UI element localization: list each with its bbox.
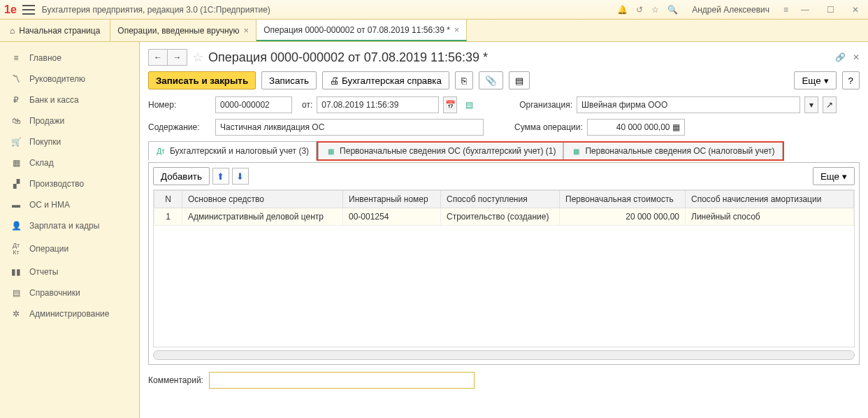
sidebar-item-os-nma[interactable]: ▬ОС и НМА	[0, 194, 139, 215]
horizontal-scrollbar[interactable]	[153, 350, 855, 360]
sum-label: Сумма операции:	[514, 122, 583, 132]
col-inv[interactable]: Инвентарный номер	[343, 191, 441, 208]
search-icon[interactable]: 🔍	[667, 5, 678, 15]
col-method[interactable]: Способ поступления	[441, 191, 560, 208]
number-field[interactable]: 0000-000002	[215, 96, 292, 113]
org-field[interactable]: Швейная фирма ООО	[577, 96, 800, 113]
sidebar-item-operations[interactable]: ДтКтОперации	[0, 236, 139, 261]
minimize-button[interactable]: —	[797, 5, 813, 15]
bell-icon[interactable]: 🔔	[617, 5, 628, 15]
nav-back-button[interactable]: ←	[148, 49, 168, 66]
sidebar-item-purchases[interactable]: 🛒Покупки	[0, 131, 139, 152]
col-asset[interactable]: Основное средство	[182, 191, 343, 208]
close-icon[interactable]: ×	[454, 24, 460, 35]
dtKt-icon: ДтКт	[10, 242, 22, 256]
org-open-button[interactable]: ↗	[823, 96, 837, 113]
maximize-button[interactable]: ☐	[822, 5, 839, 15]
app-title: Бухгалтерия предприятия, редакция 3.0 (1…	[42, 5, 617, 15]
sidebar-item-label: Зарплата и кадры	[29, 221, 99, 231]
table-row[interactable]: 1 Административный деловой центр 00-0012…	[154, 208, 854, 226]
home-tab[interactable]: ⌂ Начальная страница	[0, 20, 110, 41]
col-amort[interactable]: Способ начисления амортизации	[686, 191, 854, 208]
cell-asset: Административный деловой центр	[182, 208, 343, 226]
table-more-button[interactable]: Еще ▾	[813, 167, 855, 185]
tab-label: Операция 0000-000002 от 07.08.2019 11:56…	[263, 25, 450, 35]
hierarchy-button[interactable]: ⎘	[455, 71, 473, 89]
star-icon[interactable]: ☆	[651, 5, 659, 15]
more-button[interactable]: Еще ▾	[794, 71, 836, 89]
user-name[interactable]: Андрей Алексеевич	[692, 5, 769, 15]
sidebar-item-label: Продажи	[29, 116, 64, 126]
col-cost[interactable]: Первоначальная стоимость	[560, 191, 686, 208]
book-icon[interactable]: ▤	[465, 100, 473, 110]
comment-field[interactable]	[209, 372, 475, 389]
move-up-button[interactable]: ⬆	[212, 168, 229, 185]
sidebar-item-admin[interactable]: ✲Администрирование	[0, 303, 139, 324]
grid-icon: ▦	[571, 146, 581, 156]
sidebar-item-reports[interactable]: ▮▮Отчеты	[0, 261, 139, 282]
sidebar-item-main[interactable]: ≡Главное	[0, 48, 139, 69]
org-label: Организация:	[519, 100, 572, 110]
user-menu-icon[interactable]: ≡	[783, 5, 788, 15]
number-label: Номер:	[148, 100, 211, 110]
truck-icon: ▬	[10, 200, 22, 210]
add-row-button[interactable]: Добавить	[153, 167, 210, 185]
sidebar-item-bank[interactable]: ₽Банк и касса	[0, 89, 139, 110]
help-button[interactable]: ?	[842, 71, 860, 89]
sidebar-item-sales[interactable]: 🛍Продажи	[0, 110, 139, 131]
inner-tab-initial-nu[interactable]: ▦ Первоначальные сведения ОС (налоговый …	[563, 143, 782, 159]
table-panel: Добавить ⬆ ⬇ Еще ▾ N Основное средство И…	[148, 162, 860, 365]
chevron-down-icon: ▾	[842, 171, 847, 182]
sum-field[interactable]: 40 000 000,00 ▦	[587, 119, 685, 136]
sidebar-item-catalogs[interactable]: ▤Справочники	[0, 282, 139, 303]
ruble-icon: ₽	[10, 95, 22, 105]
org-dropdown-button[interactable]: ▾	[804, 96, 818, 113]
tab-operations-list[interactable]: Операции, введенные вручную ×	[110, 20, 256, 41]
close-button[interactable]: ✕	[847, 5, 864, 15]
cell-cost: 20 000 000,00	[560, 208, 686, 226]
inner-tabs: Дт Бухгалтерский и налоговый учет (3) ▦ …	[148, 141, 860, 161]
save-and-close-button[interactable]: Записать и закрыть	[148, 71, 256, 89]
printer-icon: 🖨	[330, 75, 339, 86]
print-reference-button[interactable]: 🖨Бухгалтерская справка	[322, 71, 449, 89]
sidebar-item-label: Отчеты	[29, 267, 58, 277]
nav-forward-button[interactable]: →	[168, 49, 187, 66]
gear-icon: ✲	[10, 309, 22, 319]
history-icon[interactable]: ↺	[636, 5, 643, 15]
close-panel-button[interactable]: ✕	[853, 52, 860, 62]
sidebar-item-manager[interactable]: 〽Руководителю	[0, 69, 139, 89]
cell-method: Строительство (создание)	[441, 208, 560, 226]
logo-1c: 1e	[4, 3, 17, 16]
calendar-button[interactable]: 📅	[443, 96, 457, 113]
sidebar-item-label: ОС и НМА	[29, 200, 70, 210]
sidebar-item-label: Покупки	[29, 137, 61, 147]
highlighted-tabs-group: ▦ Первоначальные сведения ОС (бухгалтерс…	[317, 141, 783, 161]
sidebar-item-warehouse[interactable]: ▦Склад	[0, 152, 139, 173]
close-icon[interactable]: ×	[244, 25, 249, 36]
save-button[interactable]: Записать	[261, 71, 317, 89]
date-field[interactable]: 07.08.2019 11:56:39	[317, 96, 439, 113]
link-icon[interactable]: 🔗	[835, 52, 846, 62]
calculator-icon[interactable]: ▦	[672, 122, 680, 132]
cart-icon: 🛒	[10, 137, 22, 147]
col-n[interactable]: N	[154, 191, 182, 208]
inner-tab-accounting[interactable]: Дт Бухгалтерский и налоговый учет (3)	[148, 141, 317, 161]
chevron-down-icon: ▾	[824, 75, 829, 86]
content-field[interactable]: Частичная ликвидация ОС	[215, 119, 484, 136]
main-menu-icon[interactable]	[22, 5, 35, 15]
sidebar-item-label: Склад	[29, 158, 54, 168]
attachment-button[interactable]: 📎	[479, 71, 503, 89]
content-label: Содержание:	[148, 122, 211, 132]
sidebar-item-production[interactable]: ▞Производство	[0, 173, 139, 194]
move-down-button[interactable]: ⬇	[232, 168, 249, 185]
books-icon: ▤	[10, 288, 22, 298]
content-area: ← → ☆ Операция 0000-000002 от 07.08.2019…	[140, 42, 868, 418]
sidebar-item-salary[interactable]: 👤Зарплата и кадры	[0, 215, 139, 236]
favorite-star-button[interactable]: ☆	[187, 50, 208, 65]
data-table: N Основное средство Инвентарный номер Сп…	[154, 190, 854, 226]
list-button[interactable]: ▤	[509, 71, 530, 89]
inner-tab-initial-bu[interactable]: ▦ Первоначальные сведения ОС (бухгалтерс…	[318, 143, 563, 159]
inner-tab-label: Первоначальные сведения ОС (бухгалтерски…	[340, 146, 556, 156]
tab-operation-doc[interactable]: Операция 0000-000002 от 07.08.2019 11:56…	[256, 20, 467, 41]
sidebar: ≡Главное 〽Руководителю ₽Банк и касса 🛍Пр…	[0, 42, 140, 418]
